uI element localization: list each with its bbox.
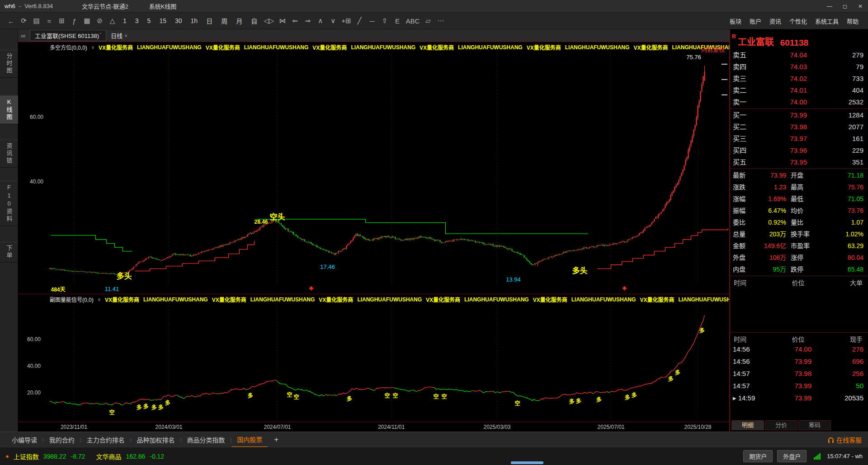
sidebar-tab-资讯链[interactable]: 资讯链 — [0, 140, 18, 168]
period-button-周[interactable]: 周 — [217, 15, 231, 26]
up-icon[interactable]: ⇧ — [379, 16, 391, 26]
zoom-out-icon[interactable]: ∨ — [327, 16, 339, 26]
restore-button[interactable]: ◻ — [837, 1, 853, 12]
tab-明细[interactable]: 明细 — [731, 420, 764, 430]
bid-row[interactable]: 买二73.982077 — [730, 121, 868, 133]
vendor-watermark: VX量化服务商 — [312, 43, 347, 51]
titlebar-tab-cloud-node[interactable]: 文华云节点-联通2 — [77, 0, 133, 12]
menu-资讯[interactable]: 资讯 — [765, 16, 785, 26]
flip-icon[interactable]: ◁▷ — [262, 16, 275, 26]
board-icon[interactable]: ▤ — [31, 16, 42, 26]
tick-volume: 50 — [811, 380, 868, 392]
zoom-in-icon[interactable]: ∧ — [315, 16, 326, 26]
symbol-tab[interactable]: 工业富联(SHSE 601138) ▪ — [30, 30, 106, 41]
futures-account-button[interactable]: 期货户 — [743, 450, 773, 462]
bid-row[interactable]: 买一73.991284 — [730, 109, 868, 121]
bottom-nav-主力合约排名[interactable]: 主力合约排名 — [81, 432, 130, 447]
date-label: 2025/03/03 — [483, 424, 510, 430]
label-icon[interactable]: E — [392, 16, 403, 26]
bottom-nav-我的合约[interactable]: 我的合约 — [44, 432, 80, 447]
minimize-button[interactable]: — — [822, 1, 837, 12]
add-tab-button[interactable]: + — [270, 435, 282, 444]
sub-indicator-label[interactable]: 副图量能信号(0,0) — [50, 296, 94, 303]
bottom-nav-国内股票[interactable]: 国内股票 — [231, 432, 268, 447]
period-button-15[interactable]: 15 — [156, 16, 170, 25]
bottom-nav-商品分类指数[interactable]: 商品分类指数 — [181, 432, 230, 447]
menu-板块[interactable]: 板块 — [726, 16, 745, 26]
compare-icon[interactable]: ⊘ — [94, 16, 105, 26]
left-sidebar: 分时图K线图资讯链F10资料下单 — [0, 29, 18, 432]
main-indicator-label[interactable]: 多空方位(0,0,0) — [50, 43, 87, 51]
layout-icon[interactable]: ⊞ — [56, 16, 67, 26]
add-pane-icon[interactable]: +⊞ — [340, 16, 352, 26]
stat-value: 1.69% — [755, 193, 791, 205]
sidebar-tab-下单[interactable]: 下单 — [0, 242, 18, 263]
index2-label[interactable]: 文华商品 — [96, 452, 121, 461]
sidebar-tab-分时图[interactable]: 分时图 — [0, 50, 18, 78]
period-button-30[interactable]: 30 — [171, 16, 186, 25]
sidebar-tab-F10资料[interactable]: F10资料 — [0, 181, 18, 226]
period-selector-label: 日线 — [111, 31, 123, 40]
vendor-watermark: LIANGHUAFUWUSHANG — [250, 296, 315, 303]
ask-row[interactable]: 卖三74.02733 — [730, 73, 868, 85]
bid-row[interactable]: 买五73.95351 — [730, 156, 868, 168]
overseas-account-button[interactable]: 外盘户 — [777, 450, 807, 462]
sidebar-tab-K线图[interactable]: K线图 — [0, 95, 18, 124]
candlestick-plot[interactable] — [18, 42, 729, 294]
main-kline-chart[interactable]: 多空方位(0,0,0)∨VX量化服务商LIANGHUAFUWUSHANGVX量化… — [18, 42, 729, 294]
hline-icon[interactable]: ─ — [367, 16, 378, 26]
period-button-1[interactable]: 1 — [119, 16, 130, 25]
menu-帮助[interactable]: 帮助 — [843, 16, 863, 26]
price-adjust-mode[interactable]: 向前复权 — [701, 45, 725, 53]
eraser-icon[interactable]: ▱ — [422, 16, 434, 26]
bid-row[interactable]: 买四73.96229 — [730, 145, 868, 156]
arrow-left-icon[interactable]: ⇐ — [289, 16, 301, 26]
arrow-right-icon[interactable]: ⇒ — [302, 16, 313, 26]
menu-个性化[interactable]: 个性化 — [785, 16, 811, 26]
abc-icon[interactable]: ABC — [405, 16, 421, 26]
period-button-日[interactable]: 日 — [203, 15, 216, 26]
trendline-icon[interactable]: ╱ — [354, 16, 365, 26]
ask-row[interactable]: 卖一74.002532 — [730, 96, 868, 108]
signal-mark-bull: 多 — [165, 399, 170, 406]
tick-row: 14:5674.00276 — [730, 343, 868, 355]
tab-分价[interactable]: 分价 — [765, 420, 797, 430]
tab-筹码[interactable]: 筹码 — [798, 420, 831, 430]
merge-icon[interactable]: ⋈ — [277, 16, 288, 26]
vendor-watermark: LIANGHUAFUWUSHANG — [464, 296, 529, 303]
curve-icon[interactable]: ≈ — [43, 16, 55, 26]
vendor-watermark: LIANGHUAFUWUSHANG — [357, 296, 422, 303]
stat-label: 量比 — [791, 216, 820, 228]
bid-row[interactable]: 买三73.97161 — [730, 133, 868, 145]
period-button-3[interactable]: 3 — [132, 16, 142, 25]
formula-icon[interactable]: ƒ — [69, 16, 80, 26]
pane-icon[interactable]: ▦ — [81, 16, 93, 26]
ask-row[interactable]: 卖五74.04279 — [730, 49, 868, 61]
volume-signal-plot[interactable] — [18, 294, 729, 422]
period-button-1h[interactable]: 1h — [187, 16, 202, 25]
tick-volume: 276 — [811, 343, 868, 355]
period-button-月[interactable]: 月 — [232, 15, 246, 26]
close-button[interactable]: ✕ — [853, 1, 868, 12]
more-icon[interactable]: ⋯ — [435, 16, 446, 26]
volume-signal-chart[interactable]: 副图量能信号(0,0)∨VX量化服务商LIANGHUAFUWUSHANGVX量化… — [18, 294, 729, 422]
tick-row: 14:5673.99696 — [730, 355, 868, 367]
online-service-button[interactable]: 在线客服 — [828, 435, 862, 444]
ask-row[interactable]: 卖二74.01404 — [730, 85, 868, 96]
period-selector[interactable]: 日线 ∨ — [111, 31, 127, 40]
bottom-nav-小编导读[interactable]: 小编导读 — [6, 432, 42, 447]
menu-系统工具[interactable]: 系统工具 — [811, 16, 843, 26]
period-button-5[interactable]: 5 — [144, 16, 155, 25]
index1-label[interactable]: 上证指数 — [14, 452, 39, 461]
back-icon[interactable]: ← — [5, 16, 17, 26]
signal-mark-bear: 空 — [514, 399, 520, 407]
link-icon[interactable]: ∞ — [21, 32, 25, 39]
titlebar-tab-system-kline[interactable]: 系统K线图 — [145, 0, 181, 12]
chart-tabbar: ∞ 工业富联(SHSE 601138) ▪ 日线 ∨ — [18, 29, 729, 42]
menu-账户[interactable]: 账户 — [745, 16, 765, 26]
refresh-icon[interactable]: ⟳ — [18, 16, 29, 26]
ask-row[interactable]: 卖四74.0379 — [730, 61, 868, 73]
alert-icon[interactable]: △ — [107, 16, 118, 26]
bottom-nav-品种加权排名[interactable]: 品种加权排名 — [132, 432, 180, 447]
period-button-自[interactable]: 自 — [247, 15, 261, 26]
